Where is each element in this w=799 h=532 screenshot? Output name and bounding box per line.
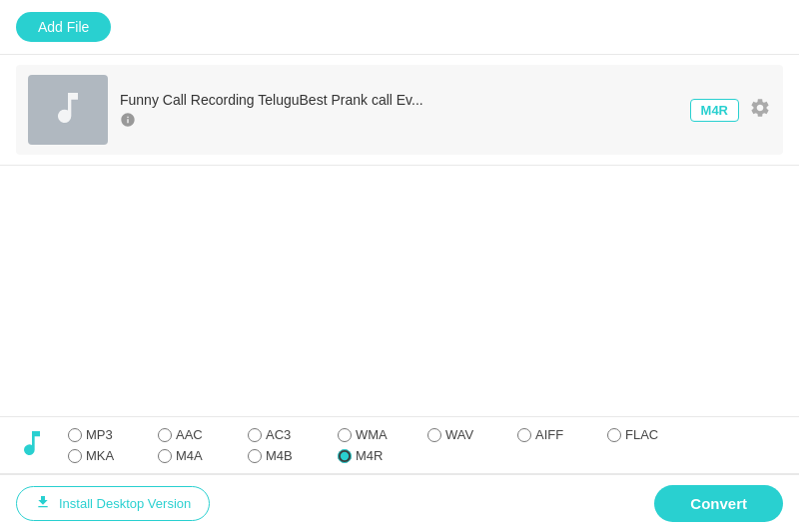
format-option-m4r[interactable]: M4R [338, 448, 427, 463]
file-thumbnail [28, 75, 108, 145]
download-icon [35, 494, 51, 513]
format-bar: MP3 AAC AC3 WMA WAV AIFF FLAC MKA [0, 416, 799, 474]
settings-icon[interactable] [749, 97, 771, 123]
format-options: MP3 AAC AC3 WMA WAV AIFF FLAC MKA [68, 427, 783, 463]
format-option-aiff[interactable]: AIFF [517, 427, 607, 442]
file-info: Funny Call Recording TeluguBest Prank ca… [120, 92, 678, 128]
info-icon[interactable] [120, 112, 678, 128]
format-option-ac3[interactable]: AC3 [248, 427, 338, 442]
format-label-flac: FLAC [625, 427, 658, 442]
format-option-mka[interactable]: MKA [68, 448, 158, 463]
footer-bar: Install Desktop Version Convert [0, 474, 799, 532]
radio-m4a[interactable] [158, 449, 172, 463]
radio-wma[interactable] [338, 428, 352, 442]
header-bar: Add File [0, 0, 799, 55]
format-option-aac[interactable]: AAC [158, 427, 248, 442]
convert-button[interactable]: Convert [654, 485, 783, 522]
install-label: Install Desktop Version [59, 496, 191, 511]
file-actions: M4R [690, 97, 771, 123]
format-label-aiff: AIFF [535, 427, 563, 442]
file-name: Funny Call Recording TeluguBest Prank ca… [120, 92, 678, 108]
format-option-flac[interactable]: FLAC [607, 427, 697, 442]
add-file-button[interactable]: Add File [16, 12, 111, 42]
radio-mp3[interactable] [68, 428, 82, 442]
radio-m4r[interactable] [338, 449, 352, 463]
radio-m4b[interactable] [248, 449, 262, 463]
format-label-aac: AAC [176, 427, 203, 442]
file-list: Funny Call Recording TeluguBest Prank ca… [0, 55, 799, 166]
file-item: Funny Call Recording TeluguBest Prank ca… [16, 65, 783, 155]
format-music-icon [16, 427, 48, 463]
format-badge[interactable]: M4R [690, 99, 739, 122]
format-label-m4a: M4A [176, 448, 203, 463]
format-label-mka: MKA [86, 448, 114, 463]
music-note-icon [48, 88, 88, 132]
format-label-ac3: AC3 [266, 427, 291, 442]
radio-mka[interactable] [68, 449, 82, 463]
format-label-wma: WMA [356, 427, 388, 442]
radio-ac3[interactable] [248, 428, 262, 442]
format-label-m4b: M4B [266, 448, 293, 463]
format-label-wav: WAV [445, 427, 473, 442]
format-option-m4a[interactable]: M4A [158, 448, 248, 463]
main-content [0, 166, 799, 416]
radio-wav[interactable] [427, 428, 441, 442]
format-label-m4r: M4R [356, 448, 383, 463]
radio-flac[interactable] [607, 428, 621, 442]
format-option-wma[interactable]: WMA [338, 427, 427, 442]
format-option-mp3[interactable]: MP3 [68, 427, 158, 442]
radio-aac[interactable] [158, 428, 172, 442]
install-desktop-button[interactable]: Install Desktop Version [16, 486, 210, 521]
format-option-m4b[interactable]: M4B [248, 448, 338, 463]
format-label-mp3: MP3 [86, 427, 113, 442]
format-option-wav[interactable]: WAV [427, 427, 517, 442]
radio-aiff[interactable] [517, 428, 531, 442]
